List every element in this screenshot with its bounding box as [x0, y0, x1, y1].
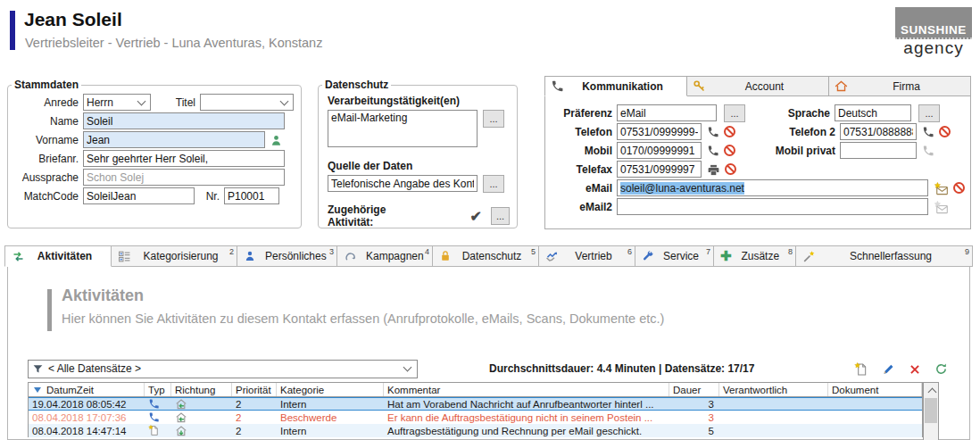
delete-x-icon[interactable] [909, 361, 921, 377]
scrollbar-thumb[interactable] [925, 398, 937, 423]
email-value-selected: soleil@luna-aventuras.net [620, 182, 744, 195]
section-title: Aktivitäten [62, 286, 144, 305]
tab-label: Firma [848, 80, 965, 93]
fax-printer-icon[interactable] [707, 162, 720, 178]
column-header-typ[interactable]: Typ [145, 383, 171, 396]
plus-icon: ✚ [720, 251, 732, 262]
sprache-label: Sprache [756, 107, 835, 120]
mobil-privat-field[interactable] [840, 142, 917, 159]
cell-dauer: 3 [669, 411, 719, 424]
edit-pencil-icon[interactable] [882, 361, 895, 377]
dial-phone-icon[interactable] [707, 124, 719, 140]
verarbeitung-field[interactable]: eMail-Marketing [328, 110, 478, 147]
name-field[interactable] [83, 112, 285, 129]
block-icon[interactable] [939, 126, 951, 137]
dial-phone-icon[interactable] [922, 124, 934, 140]
mobil-label: Mobil [551, 145, 617, 157]
telefax-label: Telefax [551, 163, 617, 176]
activities-toolbar: < Alle Datensätze > Durchschnittsdauer: … [28, 359, 951, 378]
tab-vertrieb[interactable]: Vertrieb 6 [539, 245, 635, 267]
accent-bar [10, 11, 15, 50]
incoming-direction-icon [171, 398, 232, 410]
refresh-icon[interactable] [934, 361, 948, 377]
outgoing-direction-icon [171, 424, 232, 437]
column-header-kategorie[interactable]: Kategorie [277, 383, 384, 396]
cell-kategorie: Intern [277, 398, 384, 410]
mobil-field[interactable] [617, 142, 702, 159]
block-icon[interactable] [725, 163, 736, 175]
nr-field[interactable] [224, 187, 279, 204]
datenschutz-groupbox: Datenschutz Verarbeitungstätigkeit(en) e… [318, 79, 518, 228]
table-row[interactable]: 08.04.2018 17:07:36 2 Beschwerde Er kann… [29, 411, 922, 424]
column-header-kommentar[interactable]: Kommentar [384, 383, 669, 396]
telefon-field[interactable] [617, 123, 702, 140]
filter-dropdown[interactable]: < Alle Datensätze > [28, 360, 418, 378]
tab-shortcut-number: 2 [229, 247, 234, 256]
table-scrollbar[interactable] [923, 382, 939, 440]
sprache-field[interactable] [835, 104, 911, 121]
verarbeitung-more-button[interactable]: ... [483, 110, 504, 128]
tab-schnellerfassung[interactable]: Schnellerfassung 9 [796, 245, 973, 267]
tab-kampagnen[interactable]: Kampagnen 4 [337, 245, 433, 267]
table-row[interactable]: 08.04.2018 14:47:14 2 Intern Auftragsbes… [29, 424, 922, 437]
quelle-field[interactable] [328, 175, 478, 192]
block-icon[interactable] [724, 145, 735, 156]
sprache-more-button[interactable]: ... [918, 104, 940, 122]
new-email-icon[interactable] [934, 180, 949, 196]
incoming-direction-icon [171, 411, 232, 424]
anrede-select[interactable]: Herrn [83, 94, 151, 111]
nr-label: Nr. [195, 190, 224, 203]
matchcode-field[interactable] [83, 187, 195, 204]
stammdaten-legend: Stammdaten [12, 79, 81, 91]
telefon2-field[interactable] [840, 123, 917, 140]
aktivitaet-more-button[interactable]: ... [491, 207, 510, 225]
briefanrede-label: Briefanr. [15, 153, 83, 165]
tab-kommunikation[interactable]: Kommunikation [544, 76, 687, 96]
mobil-privat-label: Mobil privat [761, 145, 840, 157]
table-row[interactable]: 19.04.2018 08:05:42 2 Intern Hat am Vora… [29, 397, 922, 411]
vorname-field[interactable] [83, 131, 265, 148]
phone-call-icon [145, 398, 171, 410]
column-header-richtung[interactable]: Richtung [171, 383, 232, 396]
briefanrede-field[interactable] [83, 150, 285, 167]
titel-select[interactable] [200, 94, 294, 111]
scroll-up-button[interactable] [924, 383, 938, 397]
block-icon[interactable] [724, 126, 735, 137]
cell-kategorie: Intern [277, 424, 384, 437]
column-header-dauer[interactable]: Dauer [669, 383, 719, 396]
column-header-prioritaet[interactable]: Priorität [232, 383, 277, 396]
telefax-field[interactable] [617, 161, 702, 178]
column-header-datumzeit[interactable]: DatumZeit [29, 383, 145, 396]
section-accent-bar [47, 289, 52, 331]
column-header-verantwortlich[interactable]: Verantwortlich [719, 383, 828, 396]
quelle-more-button[interactable]: ... [483, 175, 504, 193]
tab-kategorisierung[interactable]: Kategorisierung 2 [112, 245, 237, 267]
email2-field[interactable] [617, 198, 928, 215]
tab-datenschutz[interactable]: Datenschutz 5 [433, 245, 539, 267]
tab-firma[interactable]: Firma [829, 76, 971, 96]
contact-subtitle: Vertriebsleiter - Vertrieb - Luna Aventu… [25, 36, 322, 50]
column-header-dokument[interactable]: Dokument [828, 383, 922, 396]
datenschutz-legend: Datenschutz [322, 79, 391, 91]
tab-account[interactable]: Account [687, 76, 829, 96]
email-field[interactable]: soleil@luna-aventuras.net [617, 179, 928, 196]
tab-persoenliches[interactable]: Persönliches 3 [237, 245, 337, 267]
tab-label: Account [706, 80, 823, 93]
aussprache-field[interactable] [83, 169, 285, 186]
praeferenz-more-button[interactable]: ... [724, 104, 745, 122]
telefon-label: Telefon [551, 126, 617, 138]
block-icon[interactable] [953, 182, 965, 194]
key-icon [693, 79, 706, 93]
tab-zusaetze[interactable]: ✚ Zusätze 8 [714, 245, 796, 267]
dial-phone-icon[interactable] [707, 143, 719, 159]
verarbeitung-label: Verarbeitungstätigkeit(en) [328, 95, 517, 107]
new-record-icon[interactable] [854, 361, 868, 377]
email-label: eMail [551, 182, 617, 195]
tab-aktivitaeten[interactable]: Aktivitäten [4, 245, 112, 267]
tab-service[interactable]: Service 7 [635, 245, 714, 267]
praeferenz-field[interactable] [617, 104, 717, 121]
contact-card-icon[interactable] [270, 132, 283, 148]
table-header-row: DatumZeit Typ Richtung Priorität Kategor… [29, 383, 922, 397]
campaign-arrow-icon [344, 249, 357, 262]
filter-value: < Alle Datensätze > [48, 362, 141, 375]
